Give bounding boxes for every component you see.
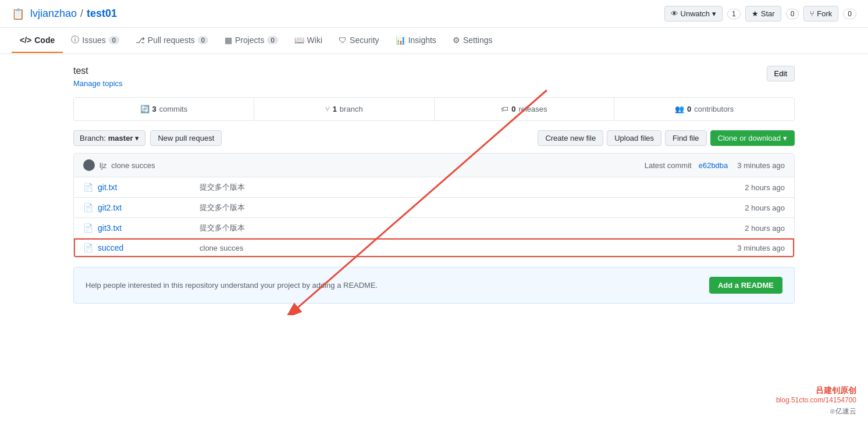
tab-pr-label: Pull requests bbox=[148, 35, 195, 45]
create-new-file-button[interactable]: Create new file bbox=[538, 130, 603, 146]
commits-stat[interactable]: 🔄 3 commits bbox=[74, 98, 254, 120]
latest-commit-label: Latest commit bbox=[645, 161, 692, 170]
tab-wiki-label: Wiki bbox=[307, 35, 322, 45]
tab-insights[interactable]: 📊 Insights bbox=[387, 28, 444, 53]
commit-hash-link[interactable]: e62bdba bbox=[699, 161, 728, 170]
tab-projects-label: Projects bbox=[235, 35, 265, 45]
file-description: 提交多个版本 bbox=[200, 182, 715, 192]
projects-icon: ▦ bbox=[225, 35, 232, 45]
file-name-col: 📄 git.txt bbox=[83, 183, 200, 192]
pr-badge: 0 bbox=[198, 36, 208, 44]
star-button[interactable]: ★ Star bbox=[745, 6, 781, 22]
projects-badge: 0 bbox=[267, 36, 278, 44]
branches-label: branch bbox=[340, 105, 363, 113]
commits-count: 3 bbox=[152, 105, 156, 113]
readme-text: Help people interested in this repositor… bbox=[86, 281, 378, 290]
tab-pull-requests[interactable]: ⎇ Pull requests 0 bbox=[127, 28, 216, 53]
commit-username: ljz bbox=[99, 161, 106, 170]
repo-name-link[interactable]: test01 bbox=[87, 8, 117, 20]
table-row: 📄 git.txt 提交多个版本 2 hours ago bbox=[74, 177, 794, 198]
commit-time: 3 minutes ago bbox=[737, 161, 785, 170]
branch-selector[interactable]: Branch: master ▾ bbox=[73, 130, 145, 146]
eye-icon: 👁 bbox=[671, 9, 678, 18]
file-description: 提交多个版本 bbox=[200, 202, 715, 213]
issues-badge: 0 bbox=[109, 36, 119, 44]
file-icon: 📄 bbox=[83, 203, 93, 212]
clone-or-download-button[interactable]: Clone or download ▾ bbox=[710, 130, 795, 146]
commits-label: commits bbox=[159, 105, 187, 113]
contributors-stat[interactable]: 👥 0 contributors bbox=[614, 98, 794, 120]
star-count: 0 bbox=[786, 9, 799, 19]
tab-projects[interactable]: ▦ Projects 0 bbox=[216, 28, 286, 53]
repo-separator: / bbox=[80, 8, 83, 20]
releases-count: 0 bbox=[511, 105, 515, 113]
find-file-button[interactable]: Find file bbox=[665, 130, 707, 146]
branches-count: 1 bbox=[333, 105, 337, 113]
chevron-down-icon: ▾ bbox=[712, 9, 716, 18]
file-table: ljz clone succes Latest commit e62bdba 3… bbox=[73, 153, 795, 258]
edit-button[interactable]: Edit bbox=[767, 66, 795, 81]
nav-tabs: </> Code ⓘ Issues 0 ⎇ Pull requests 0 ▦ … bbox=[0, 28, 868, 54]
file-link[interactable]: git2.txt bbox=[98, 203, 122, 212]
shield-icon: 🛡 bbox=[339, 35, 347, 45]
tab-issues[interactable]: ⓘ Issues 0 bbox=[63, 28, 127, 54]
upload-files-button[interactable]: Upload files bbox=[607, 130, 661, 146]
file-description: clone succes bbox=[200, 244, 715, 252]
manage-topics-link[interactable]: Manage topics bbox=[73, 79, 123, 88]
table-row: 📄 git2.txt 提交多个版本 2 hours ago bbox=[74, 198, 794, 218]
file-name-col: 📄 git2.txt bbox=[83, 203, 200, 212]
unwatch-label: Unwatch bbox=[681, 9, 710, 18]
table-row: 📄 git3.txt 提交多个版本 2 hours ago bbox=[74, 218, 794, 238]
add-readme-button[interactable]: Add a README bbox=[709, 277, 782, 294]
fork-icon: ⑂ bbox=[810, 9, 814, 18]
fork-label: Fork bbox=[817, 9, 832, 18]
tab-issues-label: Issues bbox=[82, 35, 105, 45]
fork-count: 0 bbox=[843, 9, 856, 19]
tab-security-label: Security bbox=[350, 35, 379, 45]
repo-owner-link[interactable]: lvjianzhao bbox=[30, 8, 77, 20]
contributors-count: 0 bbox=[687, 105, 691, 113]
commits-icon: 🔄 bbox=[140, 105, 150, 113]
repo-icon: 📋 bbox=[12, 8, 24, 20]
commit-avatar bbox=[83, 159, 95, 171]
pull-requests-icon: ⎇ bbox=[136, 35, 145, 45]
repo-description-text: test bbox=[73, 66, 123, 76]
gear-icon: ⚙ bbox=[453, 35, 460, 45]
contributors-icon: 👥 bbox=[675, 105, 684, 113]
chevron-down-icon: ▾ bbox=[135, 134, 139, 142]
branches-stat[interactable]: ⑂ 1 branch bbox=[254, 98, 435, 120]
top-bar: 📋 lvjianzhao / test01 👁 Unwatch ▾ 1 ★ St… bbox=[0, 0, 868, 28]
commit-message: clone succes bbox=[111, 161, 155, 170]
file-icon: 📄 bbox=[83, 243, 93, 252]
unwatch-button[interactable]: 👁 Unwatch ▾ bbox=[664, 6, 723, 22]
releases-stat[interactable]: 🏷 0 releases bbox=[435, 98, 615, 120]
file-link[interactable]: git.txt bbox=[98, 183, 117, 192]
file-rows-container: 📄 git.txt 提交多个版本 2 hours ago 📄 git2.txt … bbox=[74, 177, 794, 257]
repo-desc-row: test Manage topics Edit bbox=[73, 66, 795, 88]
new-pull-request-button[interactable]: New pull request bbox=[150, 130, 222, 146]
file-link[interactable]: git3.txt bbox=[98, 223, 122, 233]
readme-banner: Help people interested in this repositor… bbox=[73, 267, 795, 304]
main-content: test Manage topics Edit 🔄 3 commits ⑂ 1 … bbox=[62, 54, 806, 315]
tab-wiki[interactable]: 📖 Wiki bbox=[286, 28, 330, 53]
file-table-header: ljz clone succes Latest commit e62bdba 3… bbox=[74, 154, 794, 177]
file-link[interactable]: succed bbox=[98, 243, 123, 252]
branch-icon: ⑂ bbox=[325, 105, 330, 113]
file-icon: 📄 bbox=[83, 183, 93, 192]
tab-insights-label: Insights bbox=[408, 35, 436, 45]
clone-label: Clone or download bbox=[718, 134, 781, 142]
star-icon: ★ bbox=[752, 9, 759, 18]
file-actions: Create new file Upload files Find file C… bbox=[538, 130, 795, 146]
tab-settings[interactable]: ⚙ Settings bbox=[444, 28, 501, 53]
fork-button[interactable]: ⑂ Fork bbox=[803, 6, 838, 22]
chevron-down-icon: ▾ bbox=[783, 134, 787, 142]
repo-description-section: test Manage topics bbox=[73, 66, 123, 88]
code-icon: </> bbox=[20, 35, 31, 45]
file-time: 3 minutes ago bbox=[715, 244, 785, 252]
branch-name: master bbox=[108, 134, 133, 142]
star-label: Star bbox=[761, 9, 775, 18]
tab-security[interactable]: 🛡 Security bbox=[330, 28, 387, 53]
tab-code[interactable]: </> Code bbox=[12, 28, 63, 53]
table-row: 📄 succed clone succes 3 minutes ago bbox=[74, 238, 794, 257]
insights-icon: 📊 bbox=[396, 35, 405, 45]
